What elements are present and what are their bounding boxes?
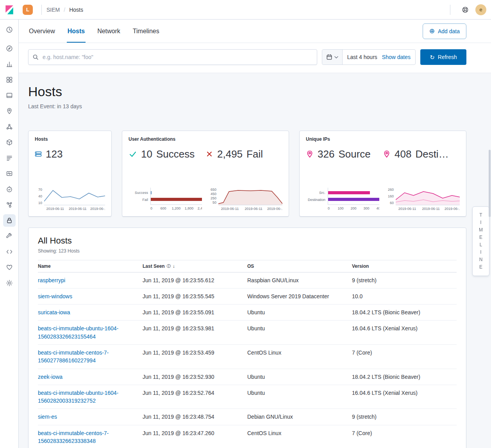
auth-fail-label: Fail [246, 148, 263, 160]
fail-bar [151, 198, 202, 201]
timeline-letter: I [480, 219, 481, 226]
sidebar-item-management[interactable] [3, 277, 16, 289]
tab-network[interactable]: Network [96, 20, 121, 43]
source-ips-value: 326 [318, 148, 334, 160]
cross-icon [205, 150, 213, 158]
x-tick: 100 [337, 206, 343, 210]
sidebar-item-discover[interactable] [3, 42, 16, 55]
x-tick: 2,400 [198, 206, 202, 210]
heart-icon [6, 264, 13, 271]
timeline-letter: M [479, 226, 483, 234]
tab-overview[interactable]: Overview [28, 20, 56, 43]
sidebar-item-code[interactable] [3, 246, 16, 258]
date-picker: Last 4 hours Show dates [322, 49, 416, 65]
kpi-card-title: Hosts [35, 136, 105, 142]
y-tick: 450 [209, 192, 216, 196]
version-cell: 10.0 [352, 288, 457, 304]
x-tick: 2019-06-11 [398, 207, 416, 211]
success-bar [151, 191, 152, 194]
last-seen-cell: Jun 11, 2019 @ 16:23:53.981 [143, 321, 247, 345]
host-name-link[interactable]: siem-windows [38, 293, 72, 299]
host-name-link[interactable]: beats-ci-immutable-centos-7-156027788616… [38, 349, 109, 364]
breadcrumb: SIEM / Hosts [46, 7, 83, 13]
help-icon [462, 6, 469, 13]
x-tick: 1,200 [172, 206, 181, 210]
version-cell: 16.04.6 LTS (Xenial Xerus) [352, 385, 457, 409]
help-button[interactable] [459, 4, 471, 16]
version-cell: 7 (Core) [352, 344, 457, 369]
host-name-link[interactable]: raspberrypi [38, 277, 65, 283]
kpi-card-unique-ips: Unique IPs 326 Source 408 Desti… [299, 131, 466, 217]
sidebar-item-machine-learning[interactable] [3, 120, 16, 133]
last-seen-cell: Jun 11, 2019 @ 16:23:47.260 [143, 425, 247, 448]
code-icon [6, 248, 13, 255]
host-name-link[interactable]: suricata-iowa [38, 309, 70, 315]
kibana-logo[interactable] [0, 5, 19, 15]
host-name-link[interactable]: beats-ci-immutable-centos-7-156028332662… [38, 430, 109, 444]
add-data-label: Add data [438, 28, 460, 34]
sidebar-item-recently-viewed[interactable] [3, 23, 16, 36]
sidebar-item-monitoring[interactable] [3, 261, 16, 274]
sidebar-item-maps[interactable] [3, 105, 16, 117]
column-header-name[interactable]: Name [38, 260, 143, 272]
storage-icon [35, 151, 42, 158]
x-tick: 200 [350, 206, 356, 210]
table-row: zeek-iowa Jun 11, 2019 @ 16:23:52.930 Ub… [38, 369, 457, 385]
space-badge[interactable]: L [23, 5, 33, 15]
breadcrumb-siem[interactable]: SIEM [46, 7, 60, 13]
scrollbar-thumb[interactable] [489, 150, 491, 217]
time-range-label[interactable]: Last 4 hours [347, 54, 377, 60]
kpi-card-hosts: Hosts 123 [28, 131, 112, 217]
host-name-link[interactable]: beats-ci-immutable-ubuntu-1604-156028332… [38, 325, 118, 339]
main-content: Overview Hosts Network Timelines ⊕ Add d… [19, 20, 491, 448]
column-header-last-seen[interactable]: Last Seen ⓘ ↓ [143, 260, 247, 272]
column-header-os[interactable]: OS [247, 260, 352, 272]
host-name-link[interactable]: siem-es [38, 414, 57, 420]
auth-success-label: Success [156, 148, 195, 160]
timeline-letter: I [480, 249, 481, 256]
quick-select-button[interactable] [322, 50, 343, 65]
avatar[interactable]: e [475, 4, 486, 15]
tab-timelines[interactable]: Timelines [132, 20, 160, 43]
sidebar-item-apm[interactable] [3, 167, 16, 180]
x-tick: 2019-06-11 [46, 207, 64, 211]
sidebar-item-visualize[interactable] [3, 58, 16, 70]
destination-ips-stat: 408 Desti… [383, 148, 460, 160]
sidebar-item-canvas[interactable] [3, 89, 16, 102]
timeline-letter: E [479, 263, 482, 271]
calendar-icon [326, 54, 332, 60]
search-box [28, 49, 317, 65]
tab-hosts[interactable]: Hosts [67, 20, 86, 43]
table-header-row: Name Last Seen ⓘ ↓ OS Version [38, 260, 457, 272]
sidebar-item-logs[interactable] [3, 152, 16, 164]
os-cell: Debian GNU/Linux [247, 409, 352, 425]
show-dates-link[interactable]: Show dates [382, 54, 411, 60]
refresh-label: Refresh [438, 54, 457, 60]
sidebar-item-graph[interactable] [3, 199, 16, 211]
sidebar-item-metrics[interactable] [3, 136, 16, 149]
os-cell: Ubuntu [247, 321, 352, 345]
host-name-link[interactable]: zeek-iowa [38, 374, 62, 380]
auth-fail-value: 2,495 [217, 148, 243, 160]
timeline-flyout-toggle[interactable]: T I M E L I N E [472, 206, 489, 276]
sidebar-item-dashboard[interactable] [3, 73, 16, 86]
y-tick: 160 [386, 194, 394, 198]
sidebar-item-dev-tools[interactable] [3, 230, 16, 242]
y-tick: 260 [386, 188, 394, 192]
sidebar-item-siem[interactable] [3, 214, 16, 227]
x-tick: 1,800 [185, 206, 194, 210]
x-tick: 300 [363, 206, 369, 210]
search-input[interactable] [42, 54, 313, 61]
sidebar-item-uptime[interactable] [3, 183, 16, 195]
column-header-version[interactable]: Version [352, 260, 457, 272]
os-cell: Ubuntu [247, 385, 352, 409]
timeline-letter: E [479, 234, 482, 241]
add-data-button[interactable]: ⊕ Add data [423, 23, 466, 39]
host-name-link[interactable]: beats-ci-immutable-ubuntu-1604-156028200… [38, 390, 118, 404]
hosts-count-stat: 123 [35, 148, 105, 160]
breadcrumb-separator: / [64, 7, 65, 13]
x-tick: 600 [160, 206, 166, 210]
table-row: raspberrypi Jun 11, 2019 @ 16:23:55.612 … [38, 272, 457, 288]
plus-circle-icon: ⊕ [429, 28, 435, 34]
refresh-button[interactable]: ↻ Refresh [420, 49, 466, 65]
